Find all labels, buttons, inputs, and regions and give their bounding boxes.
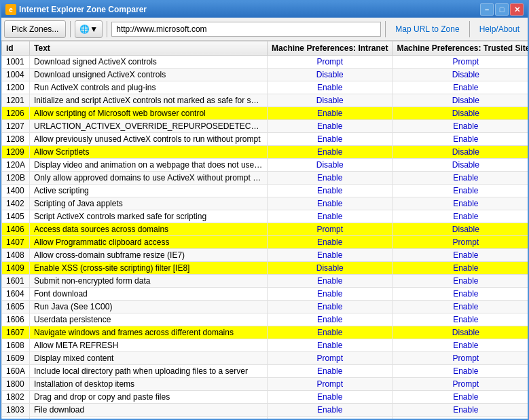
window-title: Internet Explorer Zone Comparer	[19, 5, 147, 14]
url-input[interactable]	[111, 22, 381, 37]
cell-intranet: Enable	[268, 172, 393, 185]
cell-text: Drag and drop or copy and paste files	[30, 391, 268, 404]
cell-text: Display mixed content	[30, 352, 268, 365]
table-row: 1208Allow previously unused ActiveX cont…	[2, 133, 528, 146]
cell-intranet: Prompt	[268, 56, 393, 69]
cell-intranet: Prompt	[268, 417, 393, 419]
cell-id: 1004	[2, 69, 30, 81]
cell-text: Navigate windows and frames across diffe…	[30, 326, 268, 339]
cell-id: 1207	[2, 120, 30, 133]
close-button[interactable]: ✕	[510, 3, 524, 16]
pick-zones-label: Pick Zones...	[12, 24, 58, 34]
table-row: 120BOnly allow approved domains to use A…	[2, 172, 528, 185]
cell-intranet: Enable	[268, 236, 393, 249]
cell-trusted: Disable	[393, 107, 528, 120]
cell-intranet: Prompt	[268, 352, 393, 365]
cell-id: 1402	[2, 197, 30, 210]
cell-trusted: Prompt	[393, 352, 528, 365]
cell-id: 1407	[2, 236, 30, 249]
title-bar-left: e Internet Explorer Zone Comparer	[5, 4, 147, 15]
cell-id: 160A	[2, 365, 30, 378]
table-row: 1605Run Java (See 1C00)EnableEnable	[2, 301, 528, 313]
pick-zones-button[interactable]: Pick Zones...	[4, 20, 66, 38]
cell-intranet: Enable	[268, 301, 393, 313]
map-url-link[interactable]: Map URL to Zone	[390, 22, 464, 37]
table-row: 1405Script ActiveX controls marked safe …	[2, 210, 528, 223]
table-row: 1402Scripting of Java appletsEnableEnabl…	[2, 197, 528, 210]
cell-id: 1209	[2, 146, 30, 159]
table-row: 1001Download signed ActiveX controlsProm…	[2, 56, 528, 69]
table-container[interactable]: id Text Machine Preferences: Intranet Ma…	[1, 41, 528, 419]
cell-intranet: Prompt	[268, 223, 393, 236]
cell-intranet: Enable	[268, 197, 393, 210]
cell-id: 1409	[2, 262, 30, 275]
table-row: 1604Font downloadEnableEnable	[2, 288, 528, 301]
cell-intranet: Enable	[268, 404, 393, 417]
table-row: 1800Installation of desktop itemsPromptP…	[2, 378, 528, 391]
table-header-row: id Text Machine Preferences: Intranet Ma…	[2, 41, 528, 56]
title-bar: e Internet Explorer Zone Comparer – □ ✕	[1, 1, 528, 18]
cell-intranet: Enable	[268, 365, 393, 378]
cell-id: 1200	[2, 81, 30, 94]
table-row: 1004Download unsigned ActiveX controlsDi…	[2, 69, 528, 81]
cell-id: 1804	[2, 417, 30, 419]
cell-trusted: Disable	[393, 69, 528, 81]
table-row: 1803File downloadEnableEnable	[2, 404, 528, 417]
cell-text: Display video and animation on a webpage…	[30, 159, 268, 172]
table-row: 1207URLACTION_ACTIVEX_OVERRIDE_REPURPOSE…	[2, 120, 528, 133]
table-body: 1001Download signed ActiveX controlsProm…	[2, 56, 528, 419]
cell-id: 1208	[2, 133, 30, 146]
help-about-link[interactable]: Help/About	[474, 22, 525, 37]
cell-trusted: Enable	[393, 249, 528, 262]
table-row: 160AInclude local directory path when up…	[2, 365, 528, 378]
header-id: id	[2, 41, 30, 56]
cell-trusted: Prompt	[393, 56, 528, 69]
cell-id: 1206	[2, 107, 30, 120]
header-intranet: Machine Preferences: Intranet	[268, 41, 393, 56]
table-row: 1804Launching applications and files in …	[2, 417, 528, 419]
cell-text: Run Java (See 1C00)	[30, 301, 268, 313]
cell-id: 1406	[2, 223, 30, 236]
dropdown-button[interactable]: 🌐▼	[75, 20, 103, 38]
cell-intranet: Enable	[268, 146, 393, 159]
cell-id: 1605	[2, 301, 30, 313]
toolbar: Pick Zones... 🌐▼ Map URL to Zone Help/Ab…	[1, 18, 528, 41]
cell-intranet: Disable	[268, 262, 393, 275]
cell-trusted: Enable	[393, 365, 528, 378]
cell-text: Only allow approved domains to use Activ…	[30, 172, 268, 185]
separator-4	[469, 21, 470, 37]
header-trusted: Machine Preferences: Trusted Sites	[393, 41, 528, 56]
cell-intranet: Disable	[268, 159, 393, 172]
table-row: 1601Submit non-encrypted form dataEnable…	[2, 275, 528, 288]
maximize-button[interactable]: □	[495, 3, 509, 16]
cell-text: Download unsigned ActiveX controls	[30, 69, 268, 81]
cell-trusted: Enable	[393, 339, 528, 352]
table-row: 1408Allow cross-domain subframe resize (…	[2, 249, 528, 262]
cell-text: Allow Scriptlets	[30, 146, 268, 159]
cell-intranet: Enable	[268, 288, 393, 301]
cell-text: Script ActiveX controls marked safe for …	[30, 210, 268, 223]
cell-intranet: Enable	[268, 133, 393, 146]
table-row: 1400Active scriptingEnableEnable	[2, 185, 528, 197]
cell-text: Allow previously unused ActiveX controls…	[30, 133, 268, 146]
cell-trusted: Prompt	[393, 417, 528, 419]
cell-text: Access data sources across domains	[30, 223, 268, 236]
cell-trusted: Disable	[393, 326, 528, 339]
cell-text: Installation of desktop items	[30, 378, 268, 391]
cell-id: 1601	[2, 275, 30, 288]
cell-text: Download signed ActiveX controls	[30, 56, 268, 69]
app-icon: e	[5, 4, 16, 15]
cell-text: Submit non-encrypted form data	[30, 275, 268, 288]
cell-id: 1201	[2, 94, 30, 107]
cell-trusted: Enable	[393, 197, 528, 210]
table-row: 1802Drag and drop or copy and paste file…	[2, 391, 528, 404]
table-row: 1608Allow META REFRESHEnableEnable	[2, 339, 528, 352]
cell-text: Include local directory path when upload…	[30, 365, 268, 378]
cell-text: Launching applications and files in an I…	[30, 417, 268, 419]
cell-id: 120A	[2, 159, 30, 172]
table-row: 1406Access data sources across domainsPr…	[2, 223, 528, 236]
table-row: 1609Display mixed contentPromptPrompt	[2, 352, 528, 365]
cell-id: 1400	[2, 185, 30, 197]
cell-intranet: Enable	[268, 185, 393, 197]
minimize-button[interactable]: –	[480, 3, 494, 16]
